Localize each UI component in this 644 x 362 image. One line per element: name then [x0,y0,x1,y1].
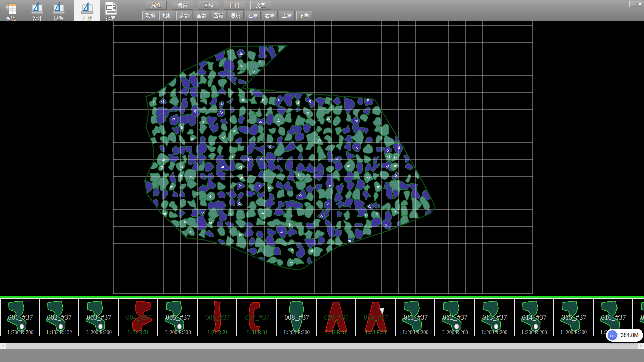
part-thumbnail-003_#37[interactable]: 003_#37L:200 R:200 [79,298,119,336]
part-thumbnail-006_#37[interactable]: 006_#37L:21 R:21 [198,298,237,336]
scroll-right-icon[interactable]: › [638,343,644,349]
part-id-label: 013_#37 [475,313,515,322]
strip-bottom-gap [0,336,644,343]
part-thumbnail-inner: 006_#37L:21 R:21 [198,299,237,336]
horizontal-scrollbar[interactable]: ‹ › [0,343,644,349]
part-thumbnail-inner: 014_#37L:200 R:200 [515,299,554,336]
tool-button-7[interactable]: 左靠 [245,11,261,20]
ruler-laptop-icon [30,1,45,16]
part-thumbnail-015_#37[interactable]: 015_#37L:200 R:200 [554,298,594,336]
tool-button-3[interactable]: 选割 [176,11,192,20]
part-thumbnail-inner: 003_#37L:200 R:200 [79,299,119,336]
part-id-label: 004_#37 [119,313,158,322]
progress-size-label: 384.8M [621,332,638,338]
parts-strip: 001_#37L:700 R:700002_#37L:132 R:132003_… [0,296,644,336]
part-thumbnail-011_#37[interactable]: 011_#37L:200 R:200 [396,298,435,336]
part-thumbnail-inner: 009_#37L:32 R:31 [317,299,356,336]
app-button-label: 设置 [54,16,64,21]
minimize-button[interactable]: — [629,1,636,7]
status-bar [0,349,644,362]
menu-button-2[interactable]: 编辑 [172,1,193,10]
part-thumbnail-inner: 008_#37L:200 R:200 [277,299,317,336]
part-thumbnail-007_#37[interactable]: 007_#37L:31 R:31 [237,298,277,336]
part-lr-count: L:21 R:21 [198,329,237,335]
part-id-label: 009_#37 [317,313,356,322]
part-thumbnail-010_#37[interactable]: 010_#37L:33 R:33 [356,298,396,336]
part-lr-count: L:200 R:200 [79,329,119,335]
menu-row: 属性编辑区域排料交互 [146,1,271,10]
tool-row: 聚排相机选割全割区域瑕疵左靠右靠上靠下靠 [142,11,312,20]
progress-percent-circle: 38% [607,330,618,341]
part-thumbnail-inner: 015_#37L:200 R:200 [554,299,594,336]
part-thumbnail-inner: 010_#37L:33 R:33 [356,299,396,336]
part-lr-count: L:200 R:200 [554,329,594,335]
tool-button-9[interactable]: 上靠 [279,11,295,20]
tool-button-10[interactable]: 下靠 [296,11,312,20]
part-id-label: 003_#37 [79,313,119,322]
progress-badge[interactable]: 38% 384.8M [606,329,643,342]
part-thumbnail-014_#37[interactable]: 014_#37L:200 R:200 [515,298,554,336]
app-gap [21,0,26,21]
tool-button-6[interactable]: 瑕疵 [228,11,244,20]
tool-button-2[interactable]: 相机 [159,11,175,20]
part-thumbnail-002_#37[interactable]: 002_#37L:132 R:132 [40,298,79,336]
title-toolbar: 系统设计设置排版报表 属性编辑区域排料交互 聚排相机选割全割区域瑕疵左靠右靠上靠… [0,0,644,21]
part-id-label: 002_#37 [40,313,79,322]
part-lr-count: L:132 R:132 [40,329,79,335]
part-lr-count: L:200 R:200 [277,329,317,335]
part-thumbnail-005_#37[interactable]: 005_#37L:200 R:200 [158,298,198,336]
app-gap [69,0,74,21]
menu-button-3[interactable]: 区域 [198,1,219,10]
part-thumbnail-013_#37[interactable]: 013_#37L:200 R:200 [475,298,515,336]
part-lr-count: L:200 R:200 [158,329,198,335]
part-thumbnail-004_#37[interactable]: 004_#37L:31 R:31 [119,298,158,336]
part-thumbnail-inner: 007_#37L:31 R:31 [237,299,277,336]
part-id-label: 001_#37 [1,313,40,322]
part-id-label: 011_#37 [396,313,435,322]
menu-button-1[interactable]: 属性 [146,1,167,10]
tool-button-5[interactable]: 区域 [211,11,226,20]
app-button-1[interactable]: 系统 [0,0,21,21]
part-id-label: 012_#37 [435,313,475,322]
part-thumbnail-inner: 004_#37L:31 R:31 [119,299,158,336]
part-thumbnail-012_#37[interactable]: 012_#37L:200 R:200 [435,298,475,336]
part-thumbnail-inner: 013_#37L:200 R:200 [475,299,515,336]
app-button-label: 系统 [6,16,16,21]
app-button-label: 设计 [32,16,42,21]
menu-button-5[interactable]: 交互 [250,1,271,10]
part-lr-count: L:200 R:200 [435,329,475,335]
close-button[interactable]: ✕ [637,1,643,7]
part-thumbnail-inner: 012_#37L:200 R:200 [435,299,475,336]
part-lr-count: L:200 R:200 [396,329,435,335]
part-thumbnail-inner: 001_#37L:700 R:700 [1,299,40,336]
scroll-left-icon[interactable]: ‹ [0,343,6,349]
part-thumbnail-001_#37[interactable]: 001_#37L:700 R:700 [0,298,40,336]
part-lr-count: L:200 R:200 [515,329,554,335]
part-lr-count: L:31 R:31 [237,329,277,335]
app-button-4[interactable]: 排版 [74,0,100,21]
tool-button-4[interactable]: 全割 [194,11,209,20]
part-id-label: 007_#37 [237,313,277,322]
part-id-label: 010_#37 [356,313,396,322]
tool-button-1[interactable]: 聚排 [142,11,158,20]
part-lr-count: L:31 R:31 [119,329,158,335]
app-button-label: 排版 [82,16,92,21]
part-id-label: 015_#37 [554,313,594,322]
app-button-2[interactable]: 设计 [26,0,48,21]
part-id-label: 014_#37 [515,313,554,322]
menu-button-4[interactable]: 排料 [224,1,245,10]
tool-button-8[interactable]: 右靠 [262,11,278,20]
part-id-label: 017_#37 [633,313,644,322]
part-lr-count: L:200 R:200 [475,329,515,335]
part-lr-count: L:32 R:31 [317,329,356,335]
app-button-5[interactable]: 报表 [100,0,121,21]
app-button-3[interactable]: 设置 [48,0,69,21]
part-id-label: 016_#37 [594,313,633,322]
part-thumbnail-008_#37[interactable]: 008_#37L:200 R:200 [277,298,317,336]
nesting-canvas[interactable] [0,21,644,296]
part-thumbnail-009_#37[interactable]: 009_#37L:32 R:31 [317,298,356,336]
window-controls: — ✕ [629,1,643,7]
app-button-label: 报表 [106,16,116,21]
part-thumbnail-inner: 002_#37L:132 R:132 [40,299,79,336]
ruler-laptop-icon [80,1,95,16]
